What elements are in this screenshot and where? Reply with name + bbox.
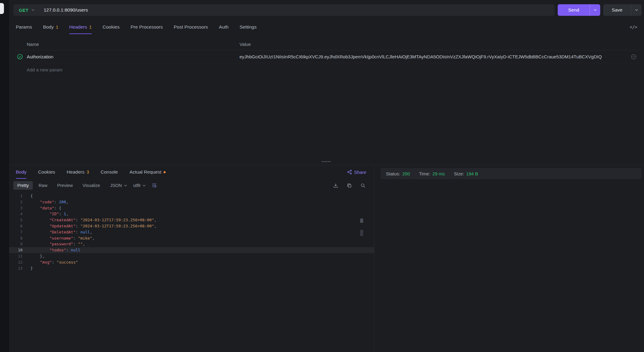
encoding-select[interactable]: utf8 bbox=[133, 183, 146, 188]
search-icon[interactable] bbox=[360, 183, 366, 188]
response-tab-body[interactable]: Body bbox=[16, 165, 26, 179]
collapsed-sidebar-handle[interactable] bbox=[0, 3, 4, 14]
add-param-row[interactable]: Add a new param bbox=[13, 63, 640, 76]
tab-label: Actual Request bbox=[129, 169, 161, 175]
token: "password" bbox=[50, 242, 73, 246]
token: "username" bbox=[50, 236, 73, 240]
download-icon[interactable] bbox=[333, 183, 338, 188]
headers-table-body: AuthorizationeyJhbGciOiJIUzI1NiIsInR5cCI… bbox=[13, 50, 640, 63]
token: "msg" bbox=[40, 260, 52, 264]
token: : bbox=[59, 212, 64, 216]
token: : bbox=[52, 260, 57, 264]
url-input[interactable]: 127.0.0.1:8090/users bbox=[44, 7, 88, 13]
headers-table-header: Name Value bbox=[13, 38, 640, 50]
share-button[interactable]: Share bbox=[347, 165, 366, 179]
language-select[interactable]: JSON bbox=[110, 183, 127, 188]
save-chevron-down-icon[interactable] bbox=[631, 4, 642, 16]
check-circle-icon bbox=[17, 54, 23, 60]
copy-icon[interactable] bbox=[347, 183, 352, 188]
request-tab-pre-processors[interactable]: Pre Processors bbox=[131, 20, 163, 34]
request-tab-settings[interactable]: Settings bbox=[239, 20, 257, 34]
language-select-value: JSON bbox=[110, 183, 122, 188]
send-chevron-down-icon[interactable] bbox=[590, 4, 600, 16]
response-tab-actual-request[interactable]: Actual Request bbox=[129, 165, 166, 179]
token bbox=[30, 218, 50, 222]
response-tab-headers[interactable]: Headers3 bbox=[67, 165, 89, 179]
view-mode-visualize[interactable]: Visualize bbox=[78, 181, 104, 190]
response-area: BodyCookiesHeaders3ConsoleActual Request… bbox=[9, 165, 644, 352]
token: null bbox=[80, 230, 90, 234]
code-snippet-icon[interactable]: </> bbox=[630, 20, 637, 34]
json-response-viewer[interactable]: 1{2 "code": 200,3 "data": {4 "ID": 1,5 "… bbox=[9, 192, 374, 352]
line-number: 3 bbox=[9, 205, 22, 211]
request-tab-cookies[interactable]: Cookies bbox=[103, 20, 120, 34]
line-number: 11 bbox=[9, 253, 22, 259]
send-button[interactable]: Send bbox=[558, 4, 600, 16]
token: "success" bbox=[57, 260, 78, 264]
param-value-cell[interactable]: eyJhbGciOiJIUzI1NiIsInR5cCI6IkpXVCJ9.eyJ… bbox=[239, 54, 628, 59]
token: "2024-03-12T17:59:23.256+08:00" bbox=[80, 224, 154, 228]
line-number: 9 bbox=[9, 241, 22, 247]
word-wrap-icon[interactable] bbox=[152, 183, 157, 188]
code-line: 4 "ID": 1, bbox=[9, 211, 374, 217]
line-number: 10 bbox=[9, 247, 22, 253]
view-mode-preview[interactable]: Preview bbox=[53, 181, 77, 190]
code-line: 3 "data": { bbox=[9, 205, 374, 211]
token: "mike" bbox=[78, 236, 92, 240]
request-tab-headers[interactable]: Headers1 bbox=[69, 20, 92, 34]
token: , bbox=[154, 218, 157, 222]
line-number: 2 bbox=[9, 199, 22, 205]
param-name-cell[interactable]: Authorization bbox=[27, 54, 239, 59]
line-content: }, bbox=[22, 253, 45, 259]
request-tab-params[interactable]: Params bbox=[16, 20, 32, 34]
tab-label: Settings bbox=[239, 24, 257, 30]
headers-table: Name Value AuthorizationeyJhbGciOiJIUzI1… bbox=[13, 38, 640, 76]
line-content: "data": { bbox=[22, 205, 61, 211]
request-tab-body[interactable]: Body1 bbox=[43, 20, 58, 34]
response-tab-cookies[interactable]: Cookies bbox=[38, 165, 55, 179]
share-label: Share bbox=[354, 170, 366, 175]
request-tabs: ParamsBody1Headers1CookiesPre Processors… bbox=[9, 20, 644, 34]
line-number: 13 bbox=[9, 265, 22, 271]
token: : bbox=[73, 236, 78, 240]
request-tab-auth[interactable]: Auth bbox=[219, 20, 229, 34]
token: "CreatedAt" bbox=[50, 218, 76, 222]
minus-circle-icon bbox=[631, 54, 636, 60]
meta-item-status: Status:200 bbox=[386, 171, 410, 176]
header-param-row[interactable]: AuthorizationeyJhbGciOiJIUzI1NiIsInR5cCI… bbox=[13, 50, 640, 63]
tab-label: Params bbox=[16, 24, 32, 30]
view-mode-pretty[interactable]: Pretty bbox=[13, 181, 33, 190]
tab-label: Auth bbox=[219, 24, 229, 30]
remove-param-button[interactable] bbox=[628, 54, 640, 60]
token: "code" bbox=[40, 200, 54, 204]
line-number: 8 bbox=[9, 235, 22, 241]
token bbox=[30, 230, 50, 234]
line-number: 7 bbox=[9, 229, 22, 235]
method-select[interactable]: GET bbox=[19, 8, 29, 13]
code-line: 9 "password": "", bbox=[9, 241, 374, 247]
meta-value: 200 bbox=[402, 171, 410, 176]
token: "data" bbox=[40, 206, 54, 210]
response-body-panel: BodyCookiesHeaders3ConsoleActual Request… bbox=[9, 165, 374, 352]
view-mode-raw[interactable]: Raw bbox=[35, 181, 51, 190]
meta-label: Size: bbox=[454, 171, 464, 176]
param-enabled-checkbox[interactable] bbox=[13, 54, 27, 60]
splitter-drag-handle[interactable]: •••••• bbox=[322, 160, 331, 163]
line-content: "code": 200, bbox=[22, 199, 68, 205]
token: "" bbox=[78, 242, 83, 246]
save-button[interactable]: Save bbox=[603, 4, 642, 16]
method-chevron-down-icon[interactable] bbox=[31, 9, 35, 11]
response-tabs-list: BodyCookiesHeaders3ConsoleActual Request bbox=[16, 165, 166, 179]
overview-ruler-mark bbox=[360, 219, 363, 223]
request-tab-post-processors[interactable]: Post Processors bbox=[174, 20, 208, 34]
url-field[interactable]: GET 127.0.0.1:8090/users bbox=[13, 4, 555, 16]
line-content: "todos": null bbox=[22, 247, 80, 253]
token: null bbox=[71, 248, 80, 252]
code-line: 8 "username": "mike", bbox=[9, 235, 374, 241]
meta-item-time: Time:29 ms bbox=[419, 171, 445, 176]
response-tabs: BodyCookiesHeaders3ConsoleActual Request… bbox=[9, 165, 374, 179]
meta-value: 29 ms bbox=[432, 171, 445, 176]
response-tab-console[interactable]: Console bbox=[101, 165, 118, 179]
tab-label: Post Processors bbox=[174, 24, 208, 30]
tab-count-badge: 1 bbox=[56, 25, 58, 29]
